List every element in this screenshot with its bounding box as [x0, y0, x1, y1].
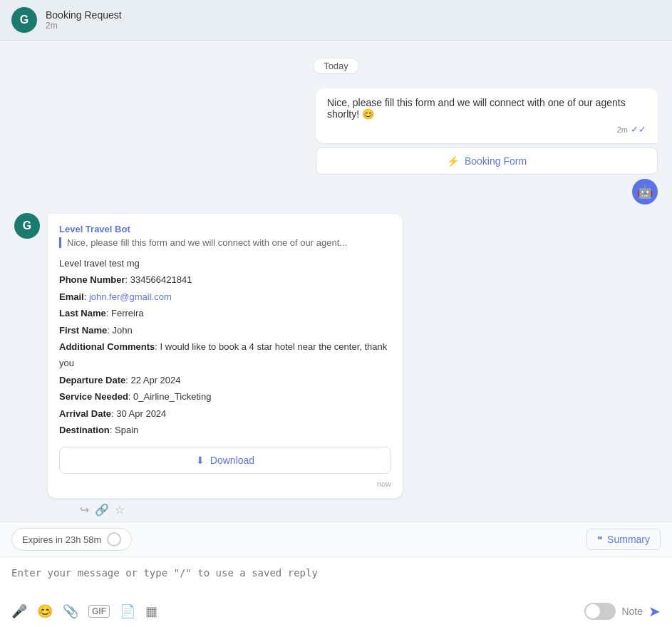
footer-controls: Expires in 23h 58m ❝ Summary: [0, 522, 672, 557]
file-icon[interactable]: 📄: [120, 603, 135, 619]
form-data: Level travel test mg Phone Number: 33456…: [59, 255, 391, 438]
form-title: Level travel test mg: [59, 255, 391, 271]
field-arrival: Arrival Date: 30 Apr 2024: [59, 405, 391, 422]
field-lastname: Last Name: Ferreira: [59, 305, 391, 321]
message-input[interactable]: [11, 567, 661, 579]
user-avatar: G: [11, 7, 37, 33]
template-icon[interactable]: ▦: [145, 603, 157, 619]
header-bar: G Booking Request 2m: [0, 0, 672, 41]
outgoing-message-1: Nice, please fill this form and we will …: [14, 88, 658, 204]
note-toggle-switch[interactable]: [584, 603, 616, 620]
summary-button[interactable]: ❝ Summary: [586, 529, 661, 550]
expires-toggle[interactable]: [107, 532, 121, 546]
field-destination: Destination: Spain: [59, 422, 391, 438]
expires-badge: Expires in 23h 58m: [11, 528, 132, 551]
attach-icon[interactable]: 📎: [63, 603, 78, 619]
email-link[interactable]: john.fer@gmail.com: [89, 291, 172, 302]
forward-icon[interactable]: ↪: [80, 503, 89, 517]
message-time-1: 2m: [617, 125, 628, 134]
bubble-in: Level Travel Bot Nice, please fill this …: [47, 213, 403, 499]
message-text-1: Nice, please fill this form and we will …: [327, 97, 626, 120]
toggle-knob: [586, 604, 600, 618]
field-service: Service Needed: 0_Airline_Ticketing: [59, 388, 391, 405]
field-comments: Additional Comments: I would like to boo…: [59, 338, 391, 372]
field-departure: Departure Date: 22 Apr 2024: [59, 372, 391, 388]
expires-label: Expires in 23h 58m: [22, 534, 101, 545]
check-icon-1: ✓✓: [631, 124, 646, 135]
sender-avatar: G: [14, 213, 40, 239]
header-time: 2m: [46, 21, 661, 31]
download-label: Download: [210, 455, 254, 466]
gif-button[interactable]: GIF: [88, 605, 110, 618]
summary-label: Summary: [607, 534, 650, 545]
bot-name: Level Travel Bot: [59, 224, 391, 234]
note-label: Note: [621, 606, 643, 617]
date-divider: Today: [14, 58, 658, 74]
toolbar: 🎤 😊 📎 GIF 📄 ▦ Note ➤: [0, 597, 672, 627]
bot-avatar-1: 🤖: [632, 179, 658, 204]
message-input-area[interactable]: [0, 557, 672, 597]
note-toggle: Note ➤: [584, 603, 661, 620]
footer: Expires in 23h 58m ❝ Summary 🎤 😊 📎 GIF 📄…: [0, 522, 672, 627]
booking-form-button[interactable]: ⚡ Booking Form: [316, 147, 658, 175]
incoming-message: G Level Travel Bot Nice, please fill thi…: [14, 213, 658, 517]
field-firstname: First Name: John: [59, 322, 391, 338]
link-icon[interactable]: 🔗: [95, 503, 109, 517]
emoji-icon[interactable]: 😊: [37, 603, 53, 619]
booking-form-icon: ⚡: [447, 155, 459, 167]
booking-form-label: Booking Form: [465, 155, 527, 167]
header-title: Booking Request: [46, 9, 661, 21]
bot-quote: Nice, please fill this form and we will …: [59, 237, 391, 248]
chat-area: Today Nice, please fill this form and we…: [0, 41, 672, 522]
header-info: Booking Request 2m: [46, 9, 661, 31]
download-button[interactable]: ⬇ Download: [59, 447, 391, 474]
star-icon[interactable]: ☆: [115, 503, 125, 517]
send-button[interactable]: ➤: [648, 603, 661, 620]
toolbar-left: 🎤 😊 📎 GIF 📄 ▦: [11, 603, 157, 619]
summary-icon: ❝: [597, 534, 603, 545]
download-icon: ⬇: [196, 455, 205, 466]
field-email: Email: john.fer@gmail.com: [59, 289, 391, 305]
date-badge: Today: [313, 58, 359, 74]
incoming-time: now: [59, 480, 391, 488]
mic-icon[interactable]: 🎤: [11, 603, 27, 619]
message-actions: ↪ 🔗 ☆: [80, 503, 403, 517]
bubble-out-1: Nice, please fill this form and we will …: [316, 88, 658, 143]
field-phone: Phone Number: 334566421841: [59, 271, 391, 288]
